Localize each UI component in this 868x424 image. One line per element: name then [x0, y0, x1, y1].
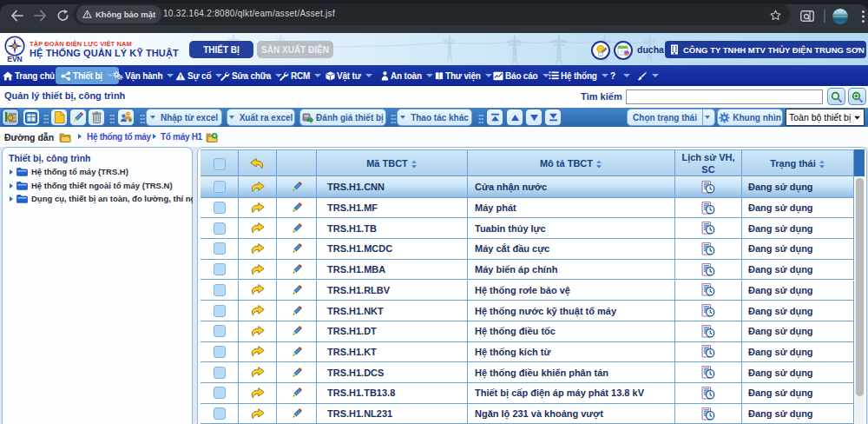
svg-text:EVN: EVN	[7, 55, 22, 63]
